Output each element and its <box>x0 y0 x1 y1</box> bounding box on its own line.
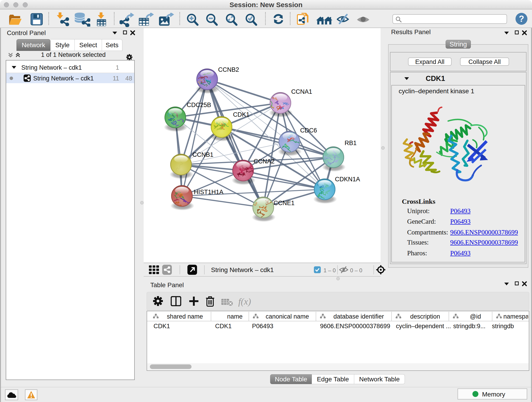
svg-text:CCNB2: CCNB2 <box>218 66 239 73</box>
svg-text:CDKN1A: CDKN1A <box>335 176 360 183</box>
svg-text:CDK1: CDK1 <box>233 111 249 118</box>
svg-text:CCNE1: CCNE1 <box>273 200 295 206</box>
svg-text:HIST1H1A: HIST1H1A <box>194 189 223 196</box>
svg-text:CDC6: CDC6 <box>300 127 317 134</box>
svg-text:CDC25B: CDC25B <box>187 102 211 108</box>
svg-text:CCNA1: CCNA1 <box>291 88 312 95</box>
svg-text:CCNA2: CCNA2 <box>254 158 275 165</box>
svg-text:RB1: RB1 <box>345 140 357 147</box>
svg-text:CCNB1: CCNB1 <box>192 151 214 158</box>
